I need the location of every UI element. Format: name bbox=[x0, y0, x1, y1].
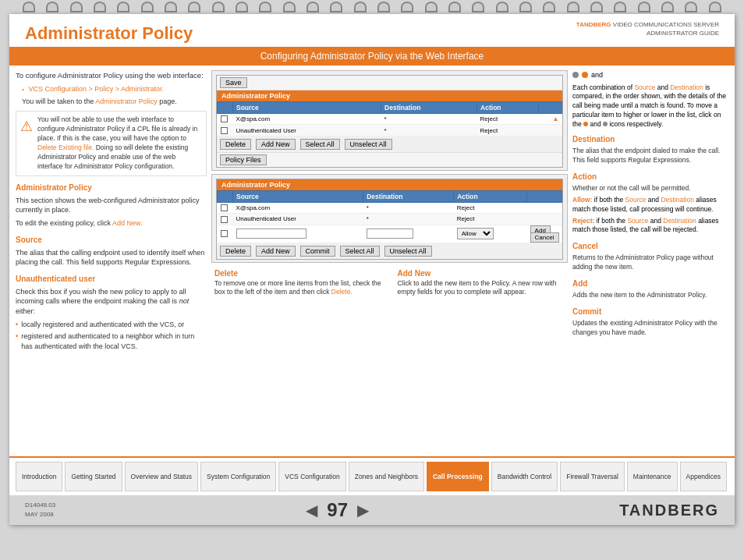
col-action-2: Action bbox=[454, 190, 527, 202]
policy-table-2: Source Destination Action X@spa.com bbox=[217, 190, 562, 243]
table-row: Unauthenticated User * Reject bbox=[218, 125, 562, 136]
tab-bandwidth-control[interactable]: Bandwidth Control bbox=[491, 462, 558, 491]
col-action: Action bbox=[477, 102, 539, 114]
delete-button-1[interactable]: Delete bbox=[220, 139, 251, 150]
tab-maintenance[interactable]: Maintenance bbox=[627, 462, 678, 491]
tab-firewall-traversal[interactable]: Firewall Traversal bbox=[560, 462, 625, 491]
tab-call-processing[interactable]: Call Processing bbox=[427, 462, 489, 491]
add-new-link[interactable]: Add New. bbox=[112, 219, 143, 227]
footer-nav: ◀ 97 ▶ bbox=[306, 499, 369, 521]
add-new-label-title: Add New bbox=[398, 269, 565, 278]
row2-checkbox[interactable] bbox=[221, 127, 228, 134]
select-all-button-2[interactable]: Select All bbox=[340, 246, 380, 257]
select-all-button-1[interactable]: Select All bbox=[300, 139, 340, 150]
source-link: Source bbox=[634, 83, 655, 91]
action-section: Action Whether or not the call will be p… bbox=[572, 172, 728, 235]
tab-overview-status[interactable]: Overview and Status bbox=[125, 462, 198, 491]
tab-zones-neighbors[interactable]: Zones and Neighbors bbox=[349, 462, 424, 491]
table-row: X@spa.com * Reject ▲ bbox=[218, 114, 562, 125]
add-new-button-2[interactable]: Add New bbox=[256, 246, 296, 257]
commit-section: Commit Updates the existing Administrato… bbox=[572, 307, 728, 338]
brand-name: TANDBERG bbox=[576, 21, 611, 28]
new-dest-input[interactable] bbox=[367, 229, 413, 239]
left-column: To configure Administrator Policy using … bbox=[16, 70, 207, 466]
col-destination-2: Destination bbox=[363, 190, 454, 202]
row1-checkbox[interactable] bbox=[221, 115, 228, 122]
intro-text: To configure Administrator Policy using … bbox=[16, 70, 207, 80]
tab-appendices[interactable]: Appendices bbox=[680, 462, 727, 491]
action-select[interactable]: Allow Reject bbox=[457, 228, 494, 239]
tab-getting-started[interactable]: Getting Started bbox=[65, 462, 122, 491]
delete-label-title: Delete bbox=[214, 269, 382, 278]
scr-actions-1: Delete Add New Select All Unselect All bbox=[217, 136, 562, 152]
col-source-2: Source bbox=[233, 190, 363, 202]
commit-button[interactable]: Commit bbox=[300, 246, 335, 257]
add-section: Add Adds the new item to the Administrat… bbox=[572, 278, 728, 300]
page-number: 97 bbox=[327, 499, 348, 521]
policy-table: Source Destination Action X@spa.com bbox=[217, 101, 562, 136]
intro-text2: You will be taken to the Administrator P… bbox=[22, 97, 207, 107]
next-page-button[interactable]: ▶ bbox=[357, 501, 369, 519]
admin-policy-text2: To edit the existing policy, click Add N… bbox=[16, 218, 207, 229]
warning-icon: ⚠ bbox=[20, 117, 33, 136]
not-text: not bbox=[179, 297, 190, 305]
new-source-input[interactable] bbox=[236, 229, 306, 239]
dots-row: and bbox=[572, 70, 728, 80]
new-input-row: Allow Reject Add Cancel bbox=[218, 225, 562, 243]
delete-existing-link[interactable]: Delete Existing file. bbox=[37, 144, 94, 151]
policy-files-button[interactable]: Policy Files bbox=[220, 154, 267, 165]
screenshot-2: Administrator Policy Source Destination … bbox=[211, 174, 568, 263]
page-title: Administrator Policy bbox=[25, 20, 193, 44]
tab-system-config[interactable]: System Configuration bbox=[200, 462, 276, 491]
row1-move-up[interactable]: ▲ bbox=[553, 115, 559, 122]
label-section: Delete To remove one or more line items … bbox=[211, 269, 568, 298]
gray-dot bbox=[572, 72, 579, 78]
admin-policy-heading: Administrator Policy bbox=[16, 183, 207, 193]
page-header: Administrator Policy TANDBERG VIDEO COMM… bbox=[9, 14, 735, 47]
add-new-label-block: Add New Click to add the new item to the… bbox=[398, 269, 565, 298]
nav-bar: Introduction Getting Started Overview an… bbox=[9, 456, 735, 495]
unauth-heading: Unauthenticated user bbox=[16, 274, 207, 285]
down-dot bbox=[603, 122, 608, 126]
orange-dot bbox=[582, 72, 588, 78]
row1-checkbox-2[interactable] bbox=[221, 204, 228, 211]
delete-label-desc: To remove one or more line items from th… bbox=[214, 279, 382, 298]
delete-link[interactable]: Delete. bbox=[331, 288, 353, 296]
prev-page-button[interactable]: ◀ bbox=[306, 501, 317, 519]
screenshot-1: Save Administrator Policy Source Destina… bbox=[211, 70, 568, 171]
allow-text: Allow: if both the Source and Destinatio… bbox=[572, 196, 728, 214]
delete-button-2[interactable]: Delete bbox=[220, 246, 251, 257]
unselect-all-button-2[interactable]: Unselect All bbox=[384, 246, 432, 257]
screenshot-section-title: Administrator Policy bbox=[217, 90, 562, 101]
up-dot bbox=[583, 122, 588, 126]
destination-section: Destination The alias that the endpoint … bbox=[572, 134, 728, 165]
screenshot2-section-title: Administrator Policy bbox=[217, 179, 562, 190]
tab-vcs-config[interactable]: VCS Configuration bbox=[278, 462, 345, 491]
vcs-config-link[interactable]: VCS Configuration > Policy > Administrat… bbox=[28, 85, 164, 93]
footer-doc-info: D14049.03 MAY 2008 bbox=[25, 501, 55, 519]
add-new-label-desc: Click to add the new item to the Policy.… bbox=[398, 279, 565, 298]
tab-introduction[interactable]: Introduction bbox=[16, 462, 62, 491]
table-row: X@spa.com * Reject bbox=[218, 202, 562, 213]
unselect-all-button-1[interactable]: Unselect All bbox=[345, 139, 392, 150]
save-button[interactable]: Save bbox=[220, 77, 247, 88]
reject-text: Reject: if both the Source and Destinati… bbox=[572, 217, 728, 236]
cancel-button[interactable]: Cancel bbox=[530, 232, 559, 243]
admin-policy-link[interactable]: Administrator Policy bbox=[95, 97, 158, 105]
center-column: Save Administrator Policy Source Destina… bbox=[211, 70, 568, 466]
col-source: Source bbox=[233, 102, 381, 114]
warning-box: ⚠ You will not be able to use the web in… bbox=[16, 111, 207, 175]
page-footer: D14049.03 MAY 2008 ◀ 97 ▶ TANDBERG bbox=[9, 495, 735, 525]
add-new-button-1[interactable]: Add New bbox=[256, 139, 296, 150]
col-destination: Destination bbox=[381, 102, 477, 114]
row2-checkbox-2[interactable] bbox=[221, 216, 228, 223]
bullet-item-1: • locally registered and authenticated w… bbox=[16, 320, 207, 330]
source-text: The alias that the calling endpoint used… bbox=[16, 248, 207, 268]
new-row-checkbox[interactable] bbox=[221, 230, 228, 237]
scr-actions-2: Delete Add New Commit Select All Unselec… bbox=[217, 243, 562, 259]
delete-label-block: Delete To remove one or more line items … bbox=[214, 269, 382, 298]
right-intro: Each combination of Source and Destinati… bbox=[572, 83, 728, 129]
unauth-text: Check this box if you wish the new polic… bbox=[16, 287, 207, 317]
branding: TANDBERG VIDEO COMMUNICATIONS SERVER ADM… bbox=[576, 20, 719, 37]
table-row: Unauthenticated User * Reject bbox=[218, 214, 562, 225]
